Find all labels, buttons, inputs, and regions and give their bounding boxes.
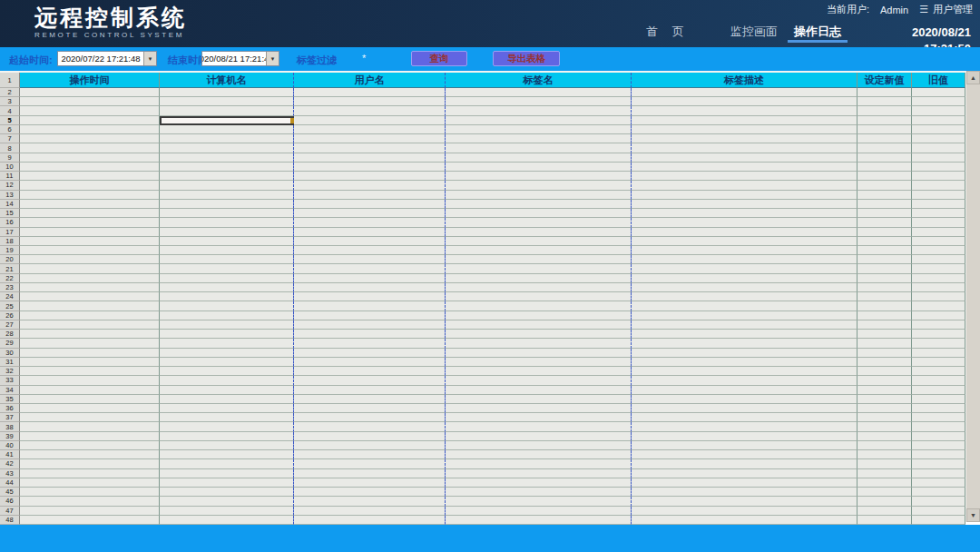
table-cell[interactable] <box>20 97 160 106</box>
row-number[interactable]: 33 <box>0 376 20 385</box>
row-number[interactable]: 29 <box>0 339 20 348</box>
table-cell[interactable] <box>160 172 294 181</box>
table-cell[interactable] <box>858 200 912 209</box>
table-cell[interactable] <box>20 172 160 181</box>
table-cell[interactable] <box>858 301 912 310</box>
table-cell[interactable] <box>858 404 912 413</box>
table-cell[interactable] <box>160 441 294 450</box>
table-cell[interactable] <box>632 516 858 525</box>
row-number[interactable]: 5 <box>0 116 20 125</box>
table-cell[interactable] <box>20 376 160 385</box>
table-cell[interactable] <box>912 134 965 143</box>
table-cell[interactable] <box>858 237 912 246</box>
table-cell[interactable] <box>294 125 446 134</box>
table-cell[interactable] <box>446 469 632 478</box>
table-cell[interactable] <box>632 386 858 395</box>
table-cell[interactable] <box>632 478 858 488</box>
row-number[interactable]: 39 <box>0 432 20 441</box>
table-cell[interactable] <box>446 255 632 264</box>
row-number[interactable]: 48 <box>0 516 20 525</box>
table-cell[interactable] <box>912 386 965 395</box>
table-cell[interactable] <box>912 478 965 488</box>
table-cell[interactable] <box>632 163 858 172</box>
table-cell[interactable] <box>446 283 632 292</box>
row-number[interactable]: 22 <box>0 274 20 283</box>
table-cell[interactable] <box>446 209 632 218</box>
table-cell[interactable] <box>912 283 965 292</box>
table-cell[interactable] <box>446 163 632 172</box>
table-cell[interactable] <box>632 497 858 506</box>
table-cell[interactable] <box>294 367 446 376</box>
table-cell[interactable] <box>20 320 160 330</box>
column-header-tag-name[interactable]: 标签名 <box>446 73 632 88</box>
table-cell[interactable] <box>912 459 965 468</box>
table-cell[interactable] <box>160 358 294 367</box>
table-cell[interactable] <box>20 274 160 283</box>
table-cell[interactable] <box>912 450 965 459</box>
table-cell[interactable] <box>446 153 632 163</box>
table-cell[interactable] <box>20 200 160 209</box>
table-cell[interactable] <box>858 97 912 106</box>
table-cell[interactable] <box>160 478 294 488</box>
row-number[interactable]: 31 <box>0 358 20 367</box>
table-cell[interactable] <box>912 301 965 310</box>
table-cell[interactable] <box>20 292 160 301</box>
table-cell[interactable] <box>294 88 446 97</box>
table-cell[interactable] <box>912 191 965 200</box>
table-cell[interactable] <box>632 106 858 115</box>
table-cell[interactable] <box>160 422 294 431</box>
table-cell[interactable] <box>858 246 912 255</box>
table-cell[interactable] <box>858 376 912 385</box>
table-cell[interactable] <box>912 125 965 134</box>
table-cell[interactable] <box>632 237 858 246</box>
table-cell[interactable] <box>20 469 160 478</box>
table-cell[interactable] <box>294 181 446 190</box>
table-cell[interactable] <box>160 218 294 227</box>
table-cell[interactable] <box>294 450 446 459</box>
table-cell[interactable] <box>160 200 294 209</box>
row-number[interactable]: 6 <box>0 125 20 134</box>
table-cell[interactable] <box>912 376 965 385</box>
table-cell[interactable] <box>632 200 858 209</box>
column-header-new-value[interactable]: 设定新值 <box>858 73 912 88</box>
row-number[interactable]: 45 <box>0 488 20 497</box>
table-cell[interactable] <box>20 330 160 339</box>
table-cell[interactable] <box>446 488 632 497</box>
table-cell[interactable] <box>858 191 912 200</box>
table-cell[interactable] <box>912 507 965 516</box>
table-cell[interactable] <box>446 200 632 209</box>
column-header-tag-description[interactable]: 标签描述 <box>632 73 858 88</box>
table-cell[interactable] <box>294 246 446 255</box>
table-cell[interactable] <box>632 125 858 134</box>
table-cell[interactable] <box>160 395 294 404</box>
table-cell[interactable] <box>912 97 965 106</box>
table-cell[interactable] <box>912 413 965 422</box>
table-cell[interactable] <box>632 88 858 97</box>
table-cell[interactable] <box>294 339 446 348</box>
table-cell[interactable] <box>632 358 858 367</box>
row-number[interactable]: 41 <box>0 450 20 459</box>
table-cell[interactable] <box>294 311 446 320</box>
table-cell[interactable] <box>632 422 858 431</box>
table-cell[interactable] <box>20 209 160 218</box>
table-cell[interactable] <box>858 358 912 367</box>
table-cell[interactable] <box>858 218 912 227</box>
table-cell[interactable] <box>160 488 294 497</box>
table-cell[interactable] <box>160 320 294 330</box>
table-cell[interactable] <box>632 116 858 125</box>
table-cell[interactable] <box>632 209 858 218</box>
table-cell[interactable] <box>294 386 446 395</box>
table-cell[interactable] <box>858 497 912 506</box>
table-cell[interactable] <box>446 125 632 134</box>
row-number[interactable]: 30 <box>0 349 20 358</box>
table-cell[interactable] <box>632 339 858 348</box>
table-cell[interactable] <box>446 237 632 246</box>
table-cell[interactable] <box>20 181 160 190</box>
table-cell[interactable] <box>20 153 160 163</box>
table-cell[interactable] <box>20 134 160 143</box>
table-cell[interactable] <box>858 172 912 181</box>
table-cell[interactable] <box>20 143 160 153</box>
table-cell[interactable] <box>912 143 965 153</box>
table-cell[interactable] <box>160 450 294 459</box>
table-cell[interactable] <box>858 116 912 125</box>
